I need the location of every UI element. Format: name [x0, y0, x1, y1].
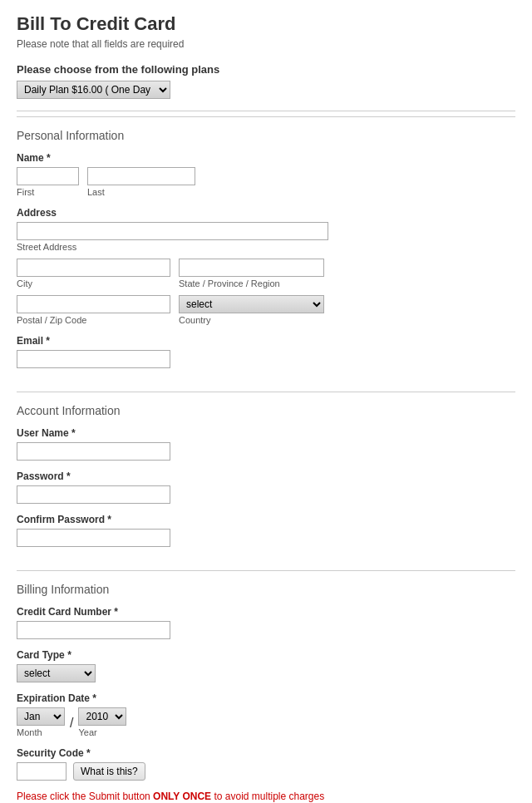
first-sublabel: First: [17, 187, 79, 197]
personal-section-title: Personal Information: [17, 129, 515, 142]
zip-field: Postal / Zip Code: [17, 295, 170, 325]
security-code-label: Security Code *: [17, 747, 515, 759]
email-field-group: Email *: [17, 335, 515, 368]
card-type-field-group: Card Type * select Visa MasterCard AmEx …: [17, 649, 515, 682]
page-subtitle: Please note that all fields are required: [17, 38, 515, 50]
security-code-field-group: Security Code * What is this?: [17, 747, 515, 781]
month-select-wrapper: JanFebMar AprMayJun JulAugSep OctNovDec …: [17, 707, 65, 737]
password-field-group: Password *: [17, 470, 515, 504]
card-number-field-group: Credit Card Number *: [17, 606, 515, 639]
username-field-group: User Name *: [17, 427, 515, 461]
what-is-this-button[interactable]: What is this?: [73, 762, 145, 781]
card-number-input[interactable]: [17, 621, 170, 639]
date-slash: /: [70, 714, 73, 731]
street-address-input[interactable]: [17, 222, 328, 240]
last-sublabel: Last: [87, 187, 195, 197]
city-sublabel: City: [17, 278, 170, 288]
street-sublabel: Street Address: [17, 242, 515, 252]
email-input[interactable]: [17, 350, 170, 368]
warning-prefix: Please click the Submit button: [17, 791, 153, 802]
password-input[interactable]: [17, 485, 170, 504]
email-input-wrapper: [17, 350, 515, 368]
zip-country-row: Postal / Zip Code select United States C…: [17, 295, 515, 325]
city-field: City: [17, 259, 170, 288]
billing-section: Billing Information Credit Card Number *…: [17, 570, 515, 803]
zip-input[interactable]: [17, 295, 170, 313]
plans-section: Please choose from the following plans D…: [17, 63, 515, 111]
city-state-row: City State / Province / Region: [17, 259, 515, 288]
year-sublabel: Year: [78, 727, 126, 737]
country-sublabel: Country: [179, 315, 324, 325]
last-name-field: Last: [87, 167, 195, 197]
email-label: Email *: [17, 335, 515, 347]
street-address-field: Street Address: [17, 222, 515, 252]
confirm-password-label: Confirm Password *: [17, 514, 515, 525]
country-select[interactable]: select United States Canada United Kingd…: [179, 295, 324, 313]
year-select[interactable]: 201020112012 201320142015: [78, 707, 126, 726]
year-select-wrapper: 201020112012 201320142015 Year: [78, 707, 126, 737]
first-name-input[interactable]: [17, 167, 79, 185]
city-input[interactable]: [17, 259, 170, 277]
address-field-group: Address Street Address City State / Prov…: [17, 207, 515, 325]
confirm-password-field-group: Confirm Password *: [17, 514, 515, 547]
expiration-label: Expiration Date *: [17, 692, 515, 704]
account-section-title: Account Information: [17, 404, 515, 417]
page-title: Bill To Credit Card: [17, 13, 515, 35]
billing-section-title: Billing Information: [17, 583, 515, 596]
username-input[interactable]: [17, 442, 170, 461]
first-name-field: First: [17, 167, 79, 197]
username-label: User Name *: [17, 427, 515, 439]
name-label: Name *: [17, 152, 515, 164]
password-label: Password *: [17, 470, 515, 482]
address-label: Address: [17, 207, 515, 219]
security-code-input[interactable]: [17, 762, 66, 781]
warning-text: Please click the Submit button ONLY ONCE…: [17, 791, 515, 802]
zip-sublabel: Postal / Zip Code: [17, 315, 170, 325]
state-field: State / Province / Region: [179, 259, 324, 288]
security-row: What is this?: [17, 762, 515, 781]
expiration-field-group: Expiration Date * JanFebMar AprMayJun Ju…: [17, 692, 515, 737]
personal-section: Personal Information Name * First Last A…: [17, 116, 515, 387]
warning-suffix: to avoid multiple charges: [211, 791, 324, 802]
country-field: select United States Canada United Kingd…: [179, 295, 324, 325]
card-type-select[interactable]: select Visa MasterCard AmEx Discover: [17, 664, 96, 682]
card-type-label: Card Type *: [17, 649, 515, 661]
expiration-row: JanFebMar AprMayJun JulAugSep OctNovDec …: [17, 707, 515, 737]
month-sublabel: Month: [17, 727, 65, 737]
card-number-label: Credit Card Number *: [17, 606, 515, 618]
warning-strong: ONLY ONCE: [153, 791, 211, 802]
state-input[interactable]: [179, 259, 324, 277]
name-field-group: Name * First Last: [17, 152, 515, 197]
last-name-input[interactable]: [87, 167, 195, 185]
plans-label: Please choose from the following plans: [17, 63, 515, 76]
plan-select[interactable]: Daily Plan $16.00 ( One Day ) Weekly Pla…: [17, 81, 170, 99]
confirm-password-input[interactable]: [17, 529, 170, 547]
month-select[interactable]: JanFebMar AprMayJun JulAugSep OctNovDec: [17, 707, 65, 726]
name-row: First Last: [17, 167, 515, 197]
state-sublabel: State / Province / Region: [179, 278, 324, 288]
account-section: Account Information User Name * Password…: [17, 392, 515, 565]
